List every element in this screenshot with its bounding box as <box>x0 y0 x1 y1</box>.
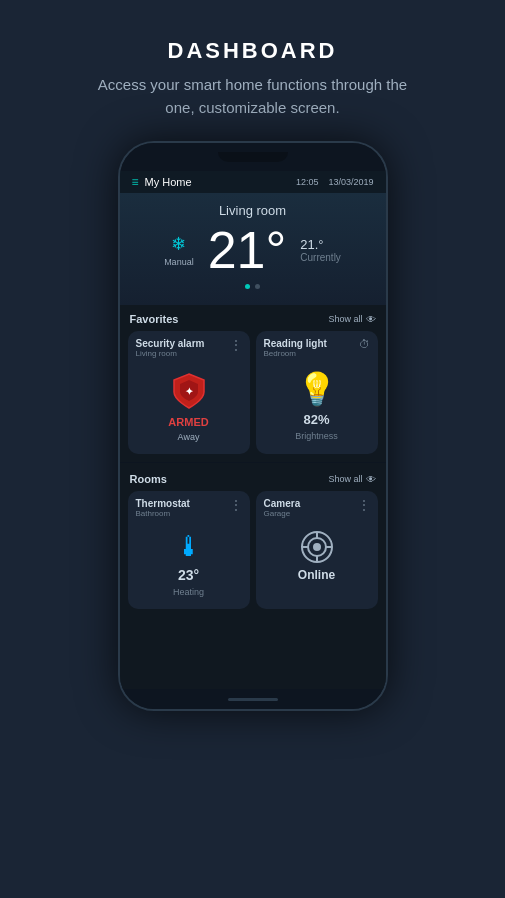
hero-current-temp: 21.° <box>300 237 323 252</box>
hero-page-dots <box>120 284 386 289</box>
hero-temperature: 21° <box>208 224 287 276</box>
security-alarm-body: ✦ ARMED Away <box>128 362 250 454</box>
camera-subtitle: Garage <box>264 509 301 518</box>
page-subtitle: Access your smart home functions through… <box>93 74 413 119</box>
home-indicator <box>228 698 278 701</box>
svg-point-3 <box>313 543 321 551</box>
camera-title-group: Camera Garage <box>264 498 301 518</box>
rooms-cards-grid: Thermostat Bathroom ⋮ 🌡 23° Heating <box>120 491 386 617</box>
hero-room-name: Living room <box>120 203 386 218</box>
thermostat-title-group: Thermostat Bathroom <box>136 498 190 518</box>
security-alarm-menu-icon[interactable]: ⋮ <box>230 338 242 352</box>
reading-light-title: Reading light <box>264 338 327 349</box>
hero-temp-right: 21.° Currently <box>300 237 341 263</box>
status-time: 12:05 <box>296 177 319 187</box>
rooms-section-header: Rooms Show all 👁 <box>120 465 386 491</box>
shield-icon: ✦ <box>168 370 210 412</box>
bulb-icon: 💡 <box>297 370 337 408</box>
thermostat-card[interactable]: Thermostat Bathroom ⋮ 🌡 23° Heating <box>128 491 250 609</box>
security-alarm-header: Security alarm Living room ⋮ <box>128 331 250 362</box>
rooms-eye-icon: 👁 <box>366 474 376 485</box>
reading-light-subtitle: Bedroom <box>264 349 327 358</box>
app-name-label: My Home <box>145 176 192 188</box>
thermo-label: Heating <box>173 587 204 597</box>
thermo-value: 23° <box>178 567 199 583</box>
brightness-label: Brightness <box>295 431 338 441</box>
hero-manual: ❄ Manual <box>164 233 194 267</box>
reading-light-body: 💡 82% Brightness <box>256 362 378 453</box>
favorites-title: Favorites <box>130 313 179 325</box>
favorites-eye-icon: 👁 <box>366 314 376 325</box>
rooms-title: Rooms <box>130 473 167 485</box>
favorites-cards-grid: Security alarm Living room ⋮ ✦ <box>120 331 386 462</box>
favorites-show-all[interactable]: Show all 👁 <box>328 314 375 325</box>
security-alarm-title: Security alarm <box>136 338 205 349</box>
section-divider <box>120 462 386 463</box>
hero-dot-1 <box>245 284 250 289</box>
clock-icon: ⏱ <box>359 338 370 350</box>
status-bar: ≡ My Home 12:05 13/03/2019 <box>120 171 386 193</box>
camera-status-label: Online <box>298 568 335 582</box>
page-title: DASHBOARD <box>168 38 338 64</box>
security-alarm-title-group: Security alarm Living room <box>136 338 205 358</box>
status-bar-left: ≡ My Home <box>132 175 192 189</box>
rooms-show-all[interactable]: Show all 👁 <box>328 474 375 485</box>
hero-temp-row: ❄ Manual 21° 21.° Currently <box>120 224 386 276</box>
thermostat-body: 🌡 23° Heating <box>128 522 250 609</box>
camera-menu-icon[interactable]: ⋮ <box>358 498 370 512</box>
phone-screen: ≡ My Home 12:05 13/03/2019 Living room ❄… <box>120 171 386 689</box>
favorites-section-header: Favorites Show all 👁 <box>120 305 386 331</box>
hero-currently-label: Currently <box>300 252 341 263</box>
hero-manual-label: Manual <box>164 257 194 267</box>
camera-header: Camera Garage ⋮ <box>256 491 378 522</box>
snowflake-icon: ❄ <box>171 233 186 255</box>
thermostat-subtitle: Bathroom <box>136 509 190 518</box>
thermostat-header: Thermostat Bathroom ⋮ <box>128 491 250 522</box>
status-date: 13/03/2019 <box>328 177 373 187</box>
reading-light-card[interactable]: Reading light Bedroom ⏱ 💡 82% Brightness <box>256 331 378 454</box>
security-alarm-card[interactable]: Security alarm Living room ⋮ ✦ <box>128 331 250 454</box>
phone-mockup: ≡ My Home 12:05 13/03/2019 Living room ❄… <box>118 141 388 711</box>
phone-bottom <box>120 689 386 709</box>
security-alarm-subtitle: Living room <box>136 349 205 358</box>
camera-card[interactable]: Camera Garage ⋮ <box>256 491 378 609</box>
phone-notch-area <box>120 143 386 171</box>
app-logo-icon: ≡ <box>132 175 139 189</box>
brightness-value: 82% <box>303 412 329 427</box>
camera-body: Online <box>256 522 378 594</box>
alarm-status-label: ARMED <box>168 416 208 428</box>
svg-text:✦: ✦ <box>185 386 194 397</box>
phone-notch <box>218 152 288 162</box>
hero-section: Living room ❄ Manual 21° 21.° Currently <box>120 193 386 305</box>
hero-dot-2 <box>255 284 260 289</box>
alarm-status-sub: Away <box>178 432 200 442</box>
reading-light-title-group: Reading light Bedroom <box>264 338 327 358</box>
camera-title: Camera <box>264 498 301 509</box>
thermostat-menu-icon[interactable]: ⋮ <box>230 498 242 512</box>
thermostat-title: Thermostat <box>136 498 190 509</box>
scroll-content[interactable]: Favorites Show all 👁 Security alarm Livi… <box>120 305 386 689</box>
thermometer-icon: 🌡 <box>175 530 203 563</box>
camera-lens-icon <box>300 530 334 564</box>
status-bar-datetime: 12:05 13/03/2019 <box>296 177 374 187</box>
